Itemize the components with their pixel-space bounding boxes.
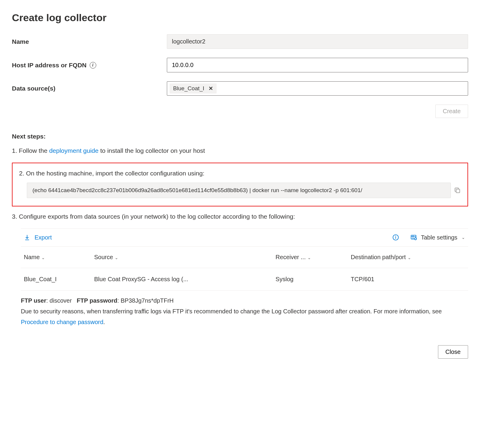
- ftp-note: Due to security reasons, when transferri…: [21, 306, 462, 327]
- sources-field[interactable]: Blue_Coat_I ✕: [167, 81, 468, 96]
- svg-rect-0: [456, 189, 460, 193]
- step-3: 3. Configure exports from data sources (…: [12, 212, 468, 221]
- close-button[interactable]: Close: [438, 345, 468, 359]
- name-label: Name: [12, 38, 167, 45]
- cell-source: Blue Coat ProxySG - Access log (...: [91, 268, 273, 290]
- ftp-credentials: FTP user: discover FTP password: BP38Jg7…: [21, 297, 468, 304]
- table-settings-button[interactable]: Table settings ⌄: [421, 234, 465, 241]
- chip-label: Blue_Coat_I: [173, 85, 204, 92]
- host-label: Host IP address or FQDN: [12, 62, 87, 69]
- download-icon: [24, 234, 30, 241]
- chevron-down-icon: ⌄: [408, 255, 411, 260]
- col-receiver[interactable]: Receiver ...⌄: [273, 246, 348, 268]
- cell-name: Blue_Coat_I: [21, 268, 91, 290]
- host-input[interactable]: [167, 58, 468, 72]
- sources-label: Data source(s): [12, 85, 167, 92]
- svg-point-3: [395, 236, 396, 236]
- page-title: Create log collector: [12, 12, 468, 24]
- sources-table: Name⌄ Source⌄ Receiver ...⌄ Destination …: [21, 246, 468, 291]
- source-chip: Blue_Coat_I ✕: [170, 83, 217, 94]
- table-settings-icon[interactable]: [410, 234, 417, 241]
- name-value: logcollector2: [167, 34, 468, 49]
- col-name[interactable]: Name⌄: [21, 246, 91, 268]
- step-2-highlight: 2. On the hosting machine, import the co…: [12, 163, 468, 207]
- info-icon[interactable]: i: [90, 62, 96, 69]
- cell-receiver: Syslog: [273, 268, 348, 290]
- chevron-down-icon: ⌄: [462, 235, 465, 240]
- step-1: 1. Follow the deployment guide to instal…: [12, 146, 468, 155]
- table-row[interactable]: Blue_Coat_I Blue Coat ProxySG - Access l…: [21, 268, 468, 290]
- change-password-link[interactable]: Procedure to change password: [21, 319, 103, 325]
- copy-icon[interactable]: [454, 187, 461, 194]
- col-source[interactable]: Source⌄: [91, 246, 273, 268]
- close-icon[interactable]: ✕: [209, 85, 213, 92]
- info-icon[interactable]: [392, 234, 399, 241]
- chevron-down-icon: ⌄: [115, 255, 118, 260]
- next-steps-label: Next steps:: [12, 133, 468, 140]
- chevron-down-icon: ⌄: [307, 255, 311, 260]
- col-dest[interactable]: Destination path/port⌄: [348, 246, 468, 268]
- chevron-down-icon: ⌄: [41, 255, 45, 260]
- export-button[interactable]: Export: [24, 234, 52, 241]
- deployment-guide-link[interactable]: deployment guide: [49, 147, 99, 154]
- command-block[interactable]: (echo 6441cae4b7becd2cc8c237e01b006d9a26…: [27, 183, 451, 198]
- cell-dest: TCP/601: [348, 268, 468, 290]
- step-2: 2. On the hosting machine, import the co…: [14, 169, 461, 178]
- create-button: Create: [435, 105, 468, 118]
